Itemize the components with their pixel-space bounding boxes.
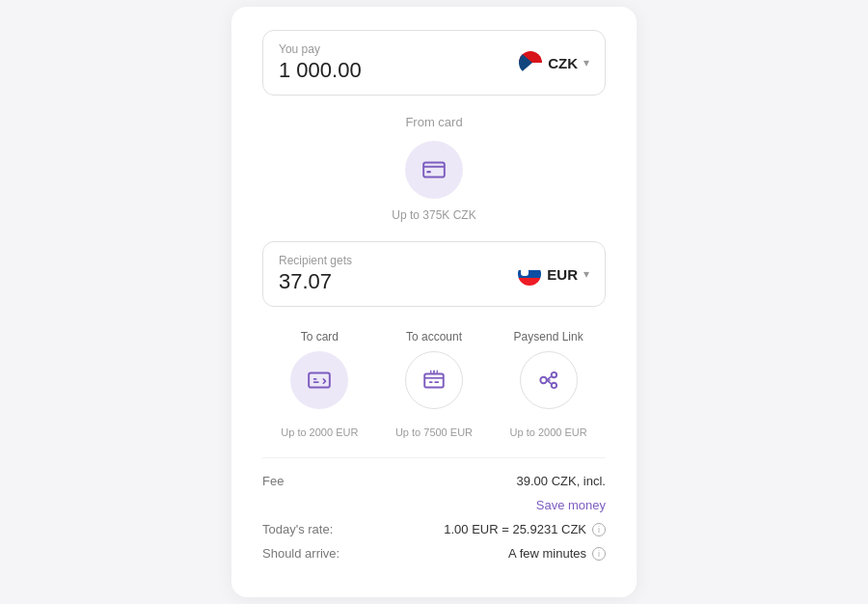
fee-value: 39.00 CZK, incl. (517, 474, 607, 488)
recipient-gets-inner: Recipient gets 37.07 (279, 254, 352, 294)
details-section: Fee 39.00 CZK, incl. Save money Today's … (262, 457, 606, 561)
svg-point-6 (551, 383, 556, 388)
czk-currency-code: CZK (548, 55, 578, 71)
rate-row: Today's rate: 1.00 EUR = 25.9231 CZK i (262, 522, 606, 536)
from-card-limit: Up to 375K CZK (262, 208, 606, 222)
save-money-container: Save money (262, 498, 606, 512)
czk-currency-selector[interactable]: CZK ▾ (519, 51, 589, 74)
to-card-icon (307, 368, 332, 393)
svg-rect-2 (309, 372, 330, 387)
svg-point-4 (540, 377, 547, 384)
czk-flag-icon (519, 51, 542, 74)
eur-chevron-down-icon: ▾ (583, 267, 589, 281)
card-icon (421, 157, 447, 182)
paysend-link-label: Paysend Link (514, 330, 583, 343)
you-pay-inner: You pay 1 000.00 (279, 42, 362, 83)
fee-row: Fee 39.00 CZK, incl. (262, 474, 606, 488)
fee-label: Fee (262, 474, 284, 488)
sk-flag-icon (518, 262, 541, 286)
arrival-value: A few minutes i (508, 546, 606, 561)
paysend-link-limit: Up to 2000 EUR (510, 426, 587, 438)
you-pay-value: 1 000.00 (279, 58, 362, 83)
rate-value-text: 1.00 EUR = 25.9231 CZK (444, 522, 586, 536)
to-account-limit: Up to 7500 EUR (395, 426, 473, 438)
you-pay-label: You pay (279, 42, 362, 56)
to-account-icon (421, 368, 447, 393)
rate-info-icon[interactable]: i (592, 523, 606, 536)
to-card-label: To card (301, 330, 339, 343)
paysend-link-icon-circle (520, 351, 578, 409)
svg-rect-3 (424, 374, 444, 388)
to-card-icon-circle (290, 351, 348, 409)
paysend-link-icon (536, 368, 561, 393)
from-card-label: From card (262, 115, 606, 129)
payment-card: You pay 1 000.00 CZK ▾ From card Up to 3… (231, 7, 637, 597)
recipient-gets-label: Recipient gets (279, 254, 352, 267)
you-pay-box[interactable]: You pay 1 000.00 CZK ▾ (262, 30, 606, 96)
svg-point-5 (551, 372, 556, 377)
to-account-icon-circle (405, 351, 463, 409)
rate-label: Today's rate: (262, 522, 333, 536)
arrival-row: Should arrive: A few minutes i (262, 546, 606, 561)
svg-rect-0 (423, 162, 445, 177)
arrival-info-icon[interactable]: i (592, 547, 606, 561)
rate-value: 1.00 EUR = 25.9231 CZK i (444, 522, 606, 536)
to-card-limit: Up to 2000 EUR (281, 426, 358, 438)
eur-currency-selector[interactable]: EUR ▾ (518, 262, 589, 286)
czk-chevron-down-icon: ▾ (583, 56, 589, 69)
recipient-gets-value: 37.07 (279, 269, 352, 294)
svg-rect-1 (426, 171, 430, 173)
eur-currency-code: EUR (547, 266, 578, 283)
to-card-option[interactable]: To card Up to 2000 EUR (281, 330, 358, 438)
paysend-link-option[interactable]: Paysend Link Up to 2000 EUR (510, 330, 587, 438)
to-account-label: To account (406, 330, 462, 343)
transfer-options: To card Up to 2000 EUR To account (262, 330, 606, 438)
recipient-gets-box[interactable]: Recipient gets 37.07 EUR ▾ (262, 241, 606, 307)
arrival-label: Should arrive: (262, 546, 339, 561)
from-card-icon-circle[interactable] (405, 141, 463, 199)
arrival-value-text: A few minutes (508, 546, 586, 561)
to-account-option[interactable]: To account Up to 7500 EUR (395, 330, 473, 438)
save-money-link[interactable]: Save money (262, 498, 606, 512)
from-card-section: From card Up to 375K CZK (262, 115, 606, 222)
